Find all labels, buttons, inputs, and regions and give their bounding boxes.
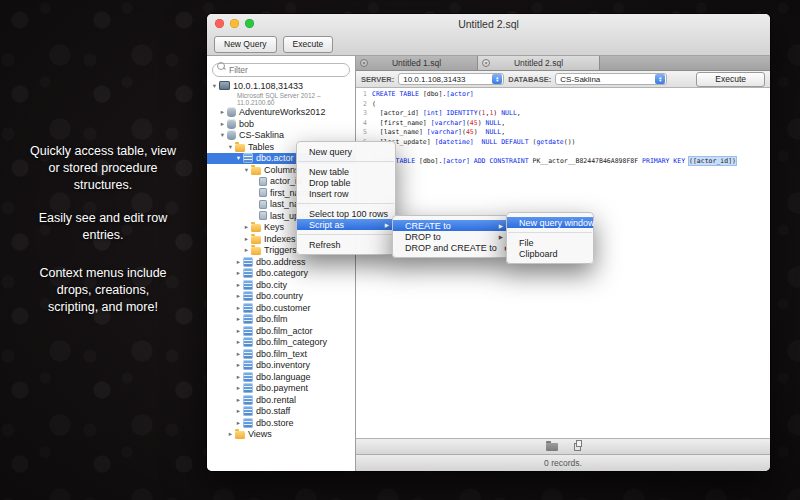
title-bar[interactable]: Untitled 2.sql (207, 14, 770, 33)
menu-item-refresh[interactable]: Refresh (297, 239, 395, 250)
tree-item-dbo-payment[interactable]: ▸dbo.payment (207, 383, 355, 395)
disclosure-right-icon[interactable]: ▸ (226, 430, 235, 438)
tree-item-dbo-rental[interactable]: ▸dbo.rental (207, 394, 355, 406)
tab-close-icon[interactable]: × (360, 59, 368, 67)
database-select[interactable]: CS-Saklina ▲▼ (555, 73, 667, 85)
folder-icon (235, 431, 245, 439)
disclosure-right-icon[interactable]: ▸ (234, 315, 243, 323)
execute-query-button[interactable]: Execute (696, 72, 765, 87)
dropdown-stepper-icon[interactable]: ▲▼ (655, 74, 665, 84)
code-text: [last_update] [datetime] NULL DEFAULT (g… (372, 138, 576, 148)
disclosure-down-icon[interactable]: ▾ (226, 143, 235, 151)
tree-item-dbo-category[interactable]: ▸dbo.category (207, 268, 355, 280)
tree-item-dbo-city[interactable]: ▸dbo.city (207, 279, 355, 291)
column-icon (259, 188, 267, 197)
tree-item-label: Indexes (264, 234, 296, 244)
folder-icon[interactable] (546, 443, 558, 451)
disclosure-right-icon[interactable]: ▸ (234, 407, 243, 415)
disclosure-right-icon[interactable]: ▸ (234, 281, 243, 289)
table-icon (243, 280, 253, 290)
disclosure-right-icon[interactable]: ▸ (234, 292, 243, 300)
context-menu: New queryNew tableDrop tableInsert rowSe… (296, 141, 396, 255)
disclosure-down-icon[interactable]: ▾ (234, 154, 243, 162)
tree-item-dbo-film-actor[interactable]: ▸dbo.film_actor (207, 325, 355, 337)
menu-item-create-to[interactable]: CREATE to▶ (393, 220, 509, 231)
disclosure-down-icon[interactable]: ▾ (210, 82, 219, 90)
menu-item-select-top-100-rows[interactable]: Select top 100 rows (297, 208, 395, 219)
tree-item-bob[interactable]: ▸bob (207, 118, 355, 130)
menu-item-script-as[interactable]: Script as▶ (297, 219, 395, 230)
tree-item-views[interactable]: ▸Views (207, 429, 355, 441)
menu-item-drop-table[interactable]: Drop table (297, 177, 395, 188)
filter-input[interactable] (212, 63, 350, 77)
tree-item-label: dbo.film_text (256, 349, 307, 359)
menu-item-file[interactable]: File (507, 237, 593, 248)
column-icon (259, 177, 267, 186)
table-icon (243, 383, 253, 393)
line-number: 4 (356, 119, 367, 129)
tree-item-dbo-staff[interactable]: ▸dbo.staff (207, 406, 355, 418)
disclosure-right-icon[interactable]: ▸ (234, 384, 243, 392)
disclosure-right-icon[interactable]: ▸ (218, 120, 227, 128)
dropdown-stepper-icon[interactable]: ▲▼ (492, 74, 502, 84)
traffic-lights (215, 19, 254, 28)
table-icon (243, 257, 253, 267)
tree-item-dbo-country[interactable]: ▸dbo.country (207, 291, 355, 303)
server-version-text: Microsoft SQL Server 2012 – 11.0.2100.60 (237, 92, 345, 106)
submenu-arrow-icon: ▶ (377, 222, 389, 228)
tree-item-dbo-inventory[interactable]: ▸dbo.inventory (207, 360, 355, 372)
tree-item-dbo-customer[interactable]: ▸dbo.customer (207, 302, 355, 314)
disclosure-right-icon[interactable]: ▸ (234, 304, 243, 312)
copy-icon[interactable] (574, 443, 581, 451)
disclosure-right-icon[interactable]: ▸ (234, 350, 243, 358)
folder-icon (251, 167, 261, 175)
menu-item-clipboard[interactable]: Clipboard (507, 248, 593, 259)
disclosure-right-icon[interactable]: ▸ (234, 396, 243, 404)
table-icon (243, 406, 253, 416)
zoom-button[interactable] (245, 19, 254, 28)
menu-item-drop-to[interactable]: DROP to▶ (393, 231, 509, 242)
menu-separator (298, 161, 394, 162)
tree-item-dbo-language[interactable]: ▸dbo.language (207, 371, 355, 383)
tree-item-dbo-store[interactable]: ▸dbo.store (207, 417, 355, 429)
tree-item-dbo-film-category[interactable]: ▸dbo.film_category (207, 337, 355, 349)
tree-item-cs-saklina[interactable]: ▾CS-Saklina (207, 130, 355, 142)
new-query-button[interactable]: New Query (214, 36, 277, 53)
tree-item-dbo-address[interactable]: ▸dbo.address (207, 256, 355, 268)
disclosure-right-icon[interactable]: ▸ (234, 373, 243, 381)
tree-item-dbo-film[interactable]: ▸dbo.film (207, 314, 355, 326)
filter-field-wrap (212, 59, 350, 77)
disclosure-right-icon[interactable]: ▸ (242, 246, 251, 254)
minimize-button[interactable] (230, 19, 239, 28)
folder-icon (251, 224, 261, 232)
disclosure-right-icon[interactable]: ▸ (234, 419, 243, 427)
disclosure-right-icon[interactable]: ▸ (234, 258, 243, 266)
execute-toolbar-button[interactable]: Execute (283, 36, 334, 53)
disclosure-right-icon[interactable]: ▸ (242, 223, 251, 231)
tree-item-dbo-film-text[interactable]: ▸dbo.film_text (207, 348, 355, 360)
tab-untitled-1-sql[interactable]: ×Untitled 1.sql (356, 56, 478, 70)
menu-item-new-table[interactable]: New table (297, 166, 395, 177)
disclosure-down-icon[interactable]: ▾ (218, 131, 227, 139)
menu-item-insert-row[interactable]: Insert row (297, 188, 395, 199)
tree-item-adventureworks2012[interactable]: ▸AdventureWorks2012 (207, 107, 355, 119)
disclosure-right-icon[interactable]: ▸ (234, 361, 243, 369)
code-line: 7) (356, 147, 770, 157)
tab-untitled-2-sql[interactable]: ×Untitled 2.sql (478, 56, 600, 70)
close-button[interactable] (215, 19, 224, 28)
menu-item-drop-and-create-to[interactable]: DROP and CREATE to▶ (393, 242, 509, 253)
disclosure-down-icon[interactable]: ▾ (242, 166, 251, 174)
disclosure-right-icon[interactable]: ▸ (234, 269, 243, 277)
tree-item-10-0-1-108-31433[interactable]: ▾10.0.1.108,31433 (207, 80, 355, 92)
disclosure-right-icon[interactable]: ▸ (234, 338, 243, 346)
menu-item-new-query-window[interactable]: New query window (507, 217, 593, 228)
code-line: 2( (356, 100, 770, 110)
disclosure-right-icon[interactable]: ▸ (218, 108, 227, 116)
menu-item-new-query[interactable]: New query (297, 146, 395, 157)
tree-item-label: dbo.staff (256, 406, 290, 416)
disclosure-right-icon[interactable]: ▸ (242, 235, 251, 243)
menu-separator (298, 234, 394, 235)
disclosure-right-icon[interactable]: ▸ (234, 327, 243, 335)
server-select[interactable]: 10.0.1.108,31433 ▲▼ (398, 73, 504, 85)
tab-close-icon[interactable]: × (482, 59, 490, 67)
